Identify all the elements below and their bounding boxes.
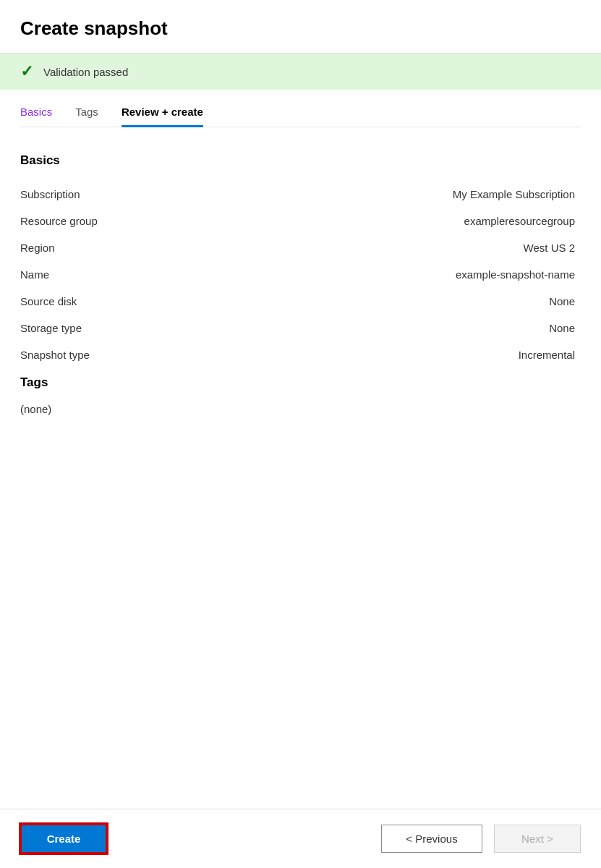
- field-label-storage-type: Storage type: [20, 315, 273, 341]
- footer: Create < Previous Next >: [0, 809, 601, 868]
- field-value-region: West US 2: [273, 234, 581, 261]
- table-row: Region West US 2: [20, 234, 581, 261]
- field-value-name: example-snapshot-name: [273, 261, 581, 288]
- field-label-region: Region: [20, 234, 273, 261]
- tags-value: (none): [20, 403, 581, 415]
- validation-message: Validation passed: [43, 66, 128, 78]
- field-value-source-disk: None: [273, 288, 581, 315]
- basics-heading: Basics: [20, 153, 581, 168]
- field-value-storage-type: None: [273, 315, 581, 341]
- create-button[interactable]: Create: [20, 824, 107, 854]
- field-label-source-disk: Source disk: [20, 288, 273, 315]
- basics-table: Subscription My Example Subscription Res…: [20, 181, 581, 368]
- tags-section: Tags (none): [20, 375, 581, 415]
- field-label-resource-group: Resource group: [20, 208, 273, 234]
- table-row: Resource group exampleresourcegroup: [20, 208, 581, 234]
- tab-basics[interactable]: Basics: [20, 106, 52, 127]
- page-header: Create snapshot: [0, 0, 601, 54]
- tags-heading: Tags: [20, 375, 581, 390]
- tab-review-create[interactable]: Review + create: [122, 106, 203, 127]
- field-label-snapshot-type: Snapshot type: [20, 341, 273, 368]
- table-row: Snapshot type Incremental: [20, 341, 581, 368]
- table-row: Subscription My Example Subscription: [20, 181, 581, 208]
- field-label-name: Name: [20, 261, 273, 288]
- field-value-snapshot-type: Incremental: [273, 341, 581, 368]
- next-button: Next >: [494, 825, 581, 853]
- previous-button[interactable]: < Previous: [381, 825, 482, 853]
- tabs-section: Basics Tags Review + create: [0, 90, 601, 127]
- tabs-bar: Basics Tags Review + create: [20, 106, 581, 127]
- table-row: Storage type None: [20, 315, 581, 341]
- check-icon: ✓: [20, 64, 33, 80]
- field-label-subscription: Subscription: [20, 181, 273, 208]
- field-value-subscription: My Example Subscription: [273, 181, 581, 208]
- table-row: Name example-snapshot-name: [20, 261, 581, 288]
- field-value-resource-group: exampleresourcegroup: [273, 208, 581, 234]
- tab-tags[interactable]: Tags: [75, 106, 98, 127]
- table-row: Source disk None: [20, 288, 581, 315]
- content-section: Basics Subscription My Example Subscript…: [0, 127, 601, 809]
- page-container: Create snapshot ✓ Validation passed Basi…: [0, 0, 601, 868]
- validation-banner: ✓ Validation passed: [0, 54, 601, 90]
- page-title: Create snapshot: [20, 17, 581, 40]
